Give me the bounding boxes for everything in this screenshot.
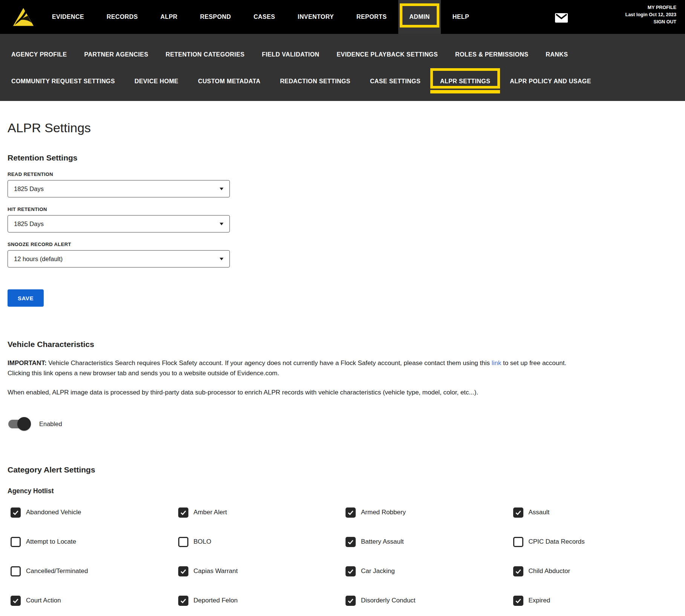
my-profile-link[interactable]: MY PROFILE: [625, 4, 676, 11]
hotlist-item-label: Attempt to Locate: [26, 538, 76, 546]
hotlist-item: CPIC Data Records: [510, 537, 678, 547]
toggle-knob[interactable]: [17, 417, 31, 431]
tab-partner-agencies[interactable]: PARTNER AGENCIES: [84, 51, 148, 58]
tab-alpr-settings-active[interactable]: ALPR SETTINGS: [440, 78, 490, 85]
checkbox-amber-alert[interactable]: [178, 507, 188, 518]
hit-retention-value: 1825 Days: [14, 220, 44, 228]
checkbox-armed-robbery[interactable]: [346, 507, 356, 518]
tab-agency-profile[interactable]: AGENCY PROFILE: [11, 51, 67, 58]
hotlist-item-label: CPIC Data Records: [529, 538, 585, 546]
hit-retention-select[interactable]: 1825 Days: [8, 215, 230, 232]
tab-ranks[interactable]: RANKS: [546, 51, 568, 58]
hotlist-item-label: Assault: [529, 509, 550, 516]
tab-evidence-playback-settings[interactable]: EVIDENCE PLAYBACK SETTINGS: [337, 51, 438, 58]
snooze-record-alert-label: SNOOZE RECORD ALERT: [8, 242, 685, 247]
hotlist-item: Deported Felon: [175, 595, 343, 606]
vehicle-important-paragraph: IMPORTANT: Vehicle Characteristics Searc…: [8, 358, 580, 378]
dropdown-caret-icon: [220, 223, 223, 225]
nav-records[interactable]: RECORDS: [107, 14, 138, 20]
nav-admin-tile: ADMIN: [398, 0, 440, 34]
tab-custom-metadata[interactable]: CUSTOM METADATA: [198, 78, 260, 85]
dropdown-caret-icon: [220, 258, 223, 260]
sign-out-link[interactable]: SIGN OUT: [625, 18, 676, 26]
important-prefix: IMPORTANT:: [8, 359, 47, 367]
hotlist-item: Assault: [510, 507, 678, 518]
hotlist-item-label: Amber Alert: [194, 509, 227, 516]
tab-alpr-policy-and-usage[interactable]: ALPR POLICY AND USAGE: [510, 78, 591, 85]
hit-retention-label: HIT RETENTION: [8, 206, 685, 212]
hotlist-item-label: Expired: [529, 597, 550, 604]
hotlist-item-label: BOLO: [194, 538, 211, 546]
nav-cases[interactable]: CASES: [254, 14, 275, 20]
vehicle-characteristics-toggle-row: Enabled: [8, 417, 685, 431]
hotlist-item-label: Armed Robbery: [361, 509, 406, 516]
primary-nav: EVIDENCE RECORDS ALPR RESPOND CASES INVE…: [52, 0, 469, 34]
retention-settings-heading: Retention Settings: [8, 153, 685, 162]
checkbox-disorderly-conduct[interactable]: [346, 596, 356, 606]
checkbox-battery-assault[interactable]: [346, 537, 356, 547]
tab-community-request-settings[interactable]: COMMUNITY REQUEST SETTINGS: [11, 78, 115, 85]
hotlist-item: Attempt to Locate: [8, 537, 175, 547]
checkbox-child-abductor[interactable]: [513, 566, 523, 576]
checkbox-cancelled-terminated[interactable]: [11, 566, 21, 576]
hotlist-item: BOLO: [175, 537, 343, 547]
nav-inventory[interactable]: INVENTORY: [298, 14, 334, 20]
enabled-toggle[interactable]: [8, 419, 29, 429]
nav-reports[interactable]: REPORTS: [356, 14, 387, 20]
read-retention-label: READ RETENTION: [8, 171, 685, 177]
profile-block: MY PROFILE Last login Oct 12, 2023 SIGN …: [625, 4, 676, 26]
nav-admin[interactable]: ADMIN: [409, 14, 430, 20]
admin-nav-row-2: COMMUNITY REQUEST SETTINGS DEVICE HOME C…: [0, 70, 685, 93]
read-retention-value: 1825 Days: [14, 185, 44, 193]
hotlist-item: Cancelled/Terminated: [8, 566, 175, 576]
hotlist-item: Disorderly Conduct: [342, 595, 510, 606]
vehicle-characteristics-heading: Vehicle Characteristics: [8, 340, 685, 349]
tab-roles-permissions[interactable]: ROLES & PERMISSIONS: [455, 51, 528, 58]
hotlist-item: Amber Alert: [175, 507, 343, 518]
nav-help[interactable]: HELP: [453, 14, 469, 20]
tab-field-validation[interactable]: FIELD VALIDATION: [262, 51, 319, 58]
checkbox-court-action[interactable]: [11, 596, 21, 606]
checkbox-expired[interactable]: [513, 596, 523, 606]
hotlist-item-label: Court Action: [26, 597, 61, 604]
messages-envelope-icon[interactable]: [555, 13, 568, 23]
tab-case-settings[interactable]: CASE SETTINGS: [370, 78, 420, 85]
nav-evidence[interactable]: EVIDENCE: [52, 14, 84, 20]
hotlist-item: Abandoned Vehicle: [8, 507, 175, 518]
checkbox-assault[interactable]: [513, 507, 523, 518]
main-content: ALPR Settings Retention Settings READ RE…: [0, 101, 685, 606]
paragraph-text: Vehicle Characteristics Search requires …: [47, 359, 492, 367]
tab-redaction-settings[interactable]: REDACTION SETTINGS: [280, 78, 350, 85]
checkbox-bolo[interactable]: [178, 537, 188, 547]
flock-safety-link[interactable]: link: [492, 359, 502, 367]
checkbox-attempt-to-locate[interactable]: [11, 537, 21, 547]
hotlist-item-label: Child Abductor: [529, 567, 570, 575]
hotlist-item-label: Capias Warrant: [194, 567, 238, 575]
checkbox-abandoned-vehicle[interactable]: [11, 507, 21, 518]
hotlist-item-label: Deported Felon: [194, 597, 238, 604]
hotlist-item: Expired: [510, 595, 678, 606]
hotlist-item-label: Cancelled/Terminated: [26, 567, 88, 575]
dropdown-caret-icon: [220, 188, 223, 190]
hotlist-checkbox-grid: Abandoned Vehicle Amber Alert Armed Robb…: [8, 507, 677, 606]
checkbox-capias-warrant[interactable]: [178, 566, 188, 576]
hotlist-item: Court Action: [8, 595, 175, 606]
checkbox-cpic-data-records[interactable]: [513, 537, 523, 547]
top-navigation-bar: EVIDENCE RECORDS ALPR RESPOND CASES INVE…: [0, 0, 685, 34]
axon-logo-icon[interactable]: [12, 7, 34, 27]
read-retention-select[interactable]: 1825 Days: [8, 180, 230, 197]
checkbox-car-jacking[interactable]: [346, 566, 356, 576]
page-title: ALPR Settings: [8, 101, 685, 135]
snooze-record-alert-select[interactable]: 12 hours (default): [8, 250, 230, 267]
nav-respond[interactable]: RESPOND: [200, 14, 231, 20]
nav-alpr[interactable]: ALPR: [161, 14, 177, 20]
hotlist-item: Child Abductor: [510, 566, 678, 576]
tab-retention-categories[interactable]: RETENTION CATEGORIES: [166, 51, 245, 58]
agency-hotlist-heading: Agency Hotlist: [8, 487, 685, 495]
checkbox-deported-felon[interactable]: [178, 596, 188, 606]
category-alert-settings-heading: Category Alert Settings: [8, 465, 685, 474]
admin-nav-row-1: AGENCY PROFILE PARTNER AGENCIES RETENTIO…: [0, 34, 685, 70]
save-button[interactable]: SAVE: [8, 289, 44, 307]
tab-device-home[interactable]: DEVICE HOME: [135, 78, 178, 85]
hotlist-item-label: Disorderly Conduct: [361, 597, 416, 604]
